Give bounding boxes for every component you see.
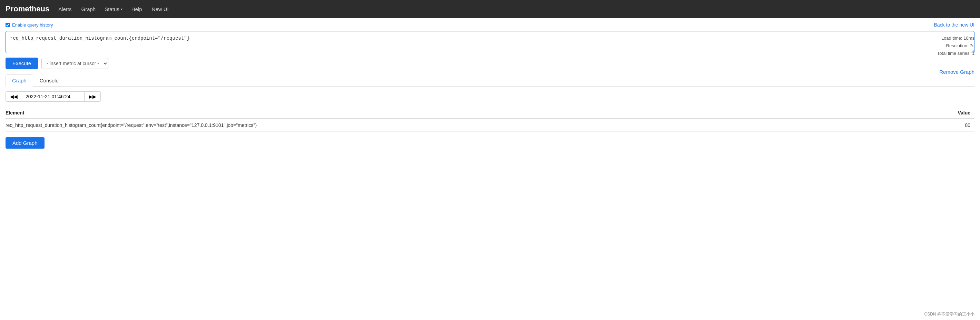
console-controls: ◀◀ ▶▶ bbox=[6, 91, 974, 102]
execute-button[interactable]: Execute bbox=[6, 58, 38, 69]
total-time-series-text: Total time series: 1 bbox=[937, 50, 974, 57]
add-graph-button[interactable]: Add Graph bbox=[6, 137, 45, 149]
alerts-link[interactable]: Alerts bbox=[57, 5, 72, 13]
console-tab[interactable]: Console bbox=[33, 74, 65, 87]
back-to-new-ui-link[interactable]: Back to the new UI bbox=[934, 22, 974, 28]
main-container: Enable query history Back to the new UI … bbox=[0, 18, 980, 153]
status-dropdown[interactable]: Status ▾ bbox=[105, 6, 123, 12]
graph-nav-link[interactable]: Graph bbox=[81, 5, 97, 13]
navbar: Prometheus Alerts Graph Status ▾ Help Ne… bbox=[0, 0, 980, 18]
query-input[interactable] bbox=[6, 31, 974, 53]
help-link[interactable]: Help bbox=[131, 5, 143, 13]
table-header: Element Value bbox=[6, 107, 974, 119]
right-info-panel: Load time: 18ms Resolution: 7s Total tim… bbox=[937, 35, 974, 57]
enable-history-text: Enable query history bbox=[12, 22, 53, 28]
insert-metric-select[interactable]: - insert metric at cursor - bbox=[41, 58, 108, 69]
brand-logo[interactable]: Prometheus bbox=[6, 5, 49, 13]
graph-tab[interactable]: Graph bbox=[6, 74, 33, 87]
chevron-down-icon: ▾ bbox=[121, 7, 123, 11]
tabs-container: Graph Console bbox=[6, 74, 974, 87]
table-body: req_http_request_duration_histogram_coun… bbox=[6, 119, 974, 132]
element-column-header: Element bbox=[6, 107, 915, 119]
prev-time-button[interactable]: ◀◀ bbox=[6, 91, 22, 102]
results-table: Element Value req_http_request_duration_… bbox=[6, 107, 974, 132]
table-header-row: Element Value bbox=[6, 107, 974, 119]
enable-history-checkbox[interactable] bbox=[6, 23, 10, 27]
graph-tab-label: Graph bbox=[12, 78, 27, 84]
status-dropdown-label: Status bbox=[105, 6, 119, 12]
top-bar: Enable query history Back to the new UI bbox=[6, 22, 974, 28]
value-column-header: Value bbox=[915, 107, 974, 119]
controls-row: Execute - insert metric at cursor - bbox=[6, 58, 974, 69]
time-input[interactable] bbox=[22, 91, 84, 102]
value-cell: 80 bbox=[915, 119, 974, 132]
table-row: req_http_request_duration_histogram_coun… bbox=[6, 119, 974, 132]
remove-graph-link[interactable]: Remove Graph bbox=[939, 69, 974, 75]
next-time-button[interactable]: ▶▶ bbox=[84, 91, 101, 102]
new-ui-link[interactable]: New UI bbox=[151, 5, 169, 13]
resolution-text: Resolution: 7s bbox=[937, 42, 974, 50]
element-cell: req_http_request_duration_histogram_coun… bbox=[6, 119, 915, 132]
enable-history-label[interactable]: Enable query history bbox=[6, 22, 53, 28]
console-tab-label: Console bbox=[40, 78, 59, 84]
load-time-text: Load time: 18ms bbox=[937, 35, 974, 42]
